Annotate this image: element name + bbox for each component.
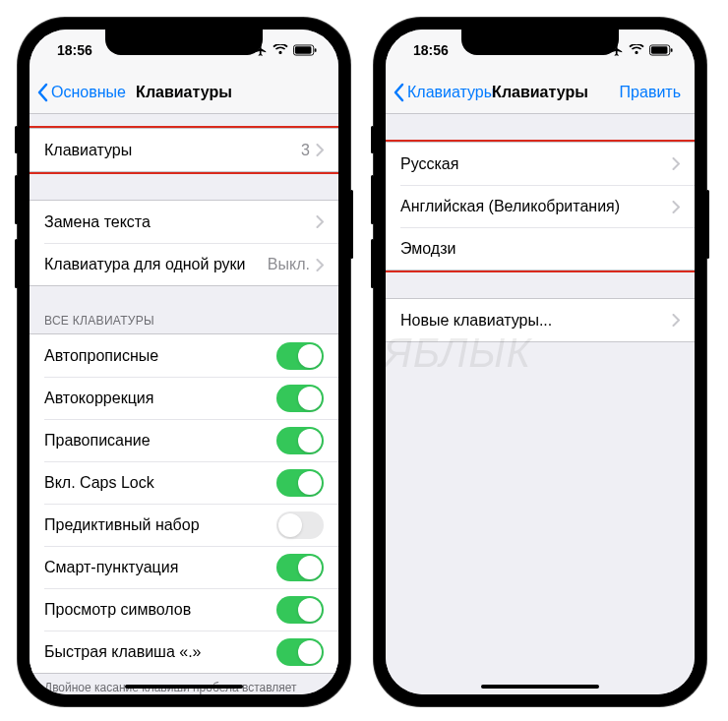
phone-right: 18:56 Клавиатуры Клавиатуры Править Русс…	[374, 18, 706, 706]
battery-icon	[293, 44, 317, 56]
one-handed-keyboard-row[interactable]: Клавиатура для одной руки Выкл.	[44, 243, 338, 285]
cell-label: Быстрая клавиша «.»	[44, 643, 276, 661]
toggle-row: Вкл. Caps Lock	[44, 461, 338, 504]
cell-value: 3	[301, 142, 310, 159]
cell-label: Просмотр символов	[44, 601, 276, 619]
edit-button[interactable]: Править	[620, 84, 687, 101]
chevron-right-icon	[672, 314, 680, 327]
chevron-right-icon	[316, 215, 324, 228]
cell-label: Автопрописные	[44, 347, 276, 365]
toggle-switch[interactable]	[276, 554, 324, 581]
chevron-right-icon	[672, 157, 680, 170]
toggle-row: Быстрая клавиша «.»	[44, 631, 338, 673]
nav-back-label: Клавиатуры	[407, 84, 495, 101]
toggle-switch[interactable]	[276, 469, 324, 497]
svg-rect-5	[671, 48, 673, 52]
toggle-row: Правописание	[44, 419, 338, 461]
nav-back-button[interactable]: Основные	[37, 83, 126, 102]
keyboards-content[interactable]: РусскаяАнглийская (Великобритания)Эмодзи…	[386, 114, 695, 694]
cell-label: Русская	[400, 155, 672, 173]
cell-label: Клавиатура для одной руки	[44, 256, 268, 273]
status-time: 18:56	[57, 42, 92, 58]
chevron-left-icon	[394, 83, 405, 102]
text-replacement-row[interactable]: Замена текста	[30, 201, 338, 243]
keyboard-row[interactable]: Эмодзи	[400, 227, 695, 270]
toggle-switch[interactable]	[276, 511, 324, 539]
cell-label: Английская (Великобритания)	[400, 198, 672, 215]
svg-rect-2	[315, 48, 317, 52]
keyboards-row[interactable]: Клавиатуры 3	[30, 129, 338, 171]
toggle-row: Автопрописные	[30, 334, 338, 377]
nav-bar: Клавиатуры Клавиатуры Править	[386, 71, 695, 114]
chevron-right-icon	[672, 201, 680, 213]
chevron-right-icon	[316, 144, 324, 156]
cell-value: Выкл.	[268, 256, 310, 273]
cell-label: Эмодзи	[400, 240, 680, 258]
toggle-switch[interactable]	[276, 638, 324, 666]
add-keyboard-row[interactable]: Новые клавиатуры...	[386, 299, 695, 341]
nav-title: Клавиатуры	[492, 84, 588, 101]
home-indicator	[481, 685, 599, 689]
cell-label: Автокоррекция	[44, 390, 276, 407]
svg-rect-4	[651, 46, 668, 53]
toggle-row: Смарт-пунктуация	[44, 546, 338, 588]
cell-label: Правописание	[44, 432, 276, 450]
toggle-switch[interactable]	[276, 342, 324, 370]
keyboard-row[interactable]: Английская (Великобритания)	[400, 185, 695, 227]
chevron-right-icon	[316, 259, 324, 271]
group-header-all-keyboards: ВСЕ КЛАВИАТУРЫ	[30, 314, 338, 333]
nav-title: Клавиатуры	[136, 84, 232, 101]
toggle-switch[interactable]	[276, 596, 324, 624]
nav-back-button[interactable]: Клавиатуры	[394, 83, 495, 102]
battery-icon	[649, 44, 673, 56]
cell-label: Клавиатуры	[44, 142, 301, 159]
nav-back-label: Основные	[51, 84, 126, 101]
home-indicator	[125, 685, 243, 689]
cell-label: Замена текста	[44, 213, 316, 231]
toggle-switch[interactable]	[276, 427, 324, 454]
cell-label: Новые клавиатуры...	[400, 312, 672, 330]
phone-left: 18:56 Основные Клавиатуры К	[18, 18, 350, 706]
chevron-left-icon	[37, 83, 49, 102]
wifi-icon	[273, 44, 288, 56]
notch	[461, 30, 619, 55]
toggle-switch[interactable]	[276, 385, 324, 412]
toggle-row: Просмотр символов	[44, 588, 338, 631]
keyboard-row[interactable]: Русская	[386, 143, 695, 185]
cell-label: Предиктивный набор	[44, 516, 276, 534]
notch	[105, 30, 263, 55]
status-icons	[610, 43, 673, 57]
svg-rect-1	[295, 46, 312, 53]
status-time: 18:56	[413, 42, 449, 58]
settings-content[interactable]: Клавиатуры 3 Замена текста Клавиатур	[30, 114, 338, 694]
nav-bar: Основные Клавиатуры	[30, 71, 338, 114]
wifi-icon	[629, 44, 644, 56]
status-icons	[254, 43, 317, 57]
toggle-row: Предиктивный набор	[44, 504, 338, 546]
cell-label: Смарт-пунктуация	[44, 559, 276, 576]
cell-label: Вкл. Caps Lock	[44, 474, 276, 492]
toggle-row: Автокоррекция	[44, 377, 338, 419]
